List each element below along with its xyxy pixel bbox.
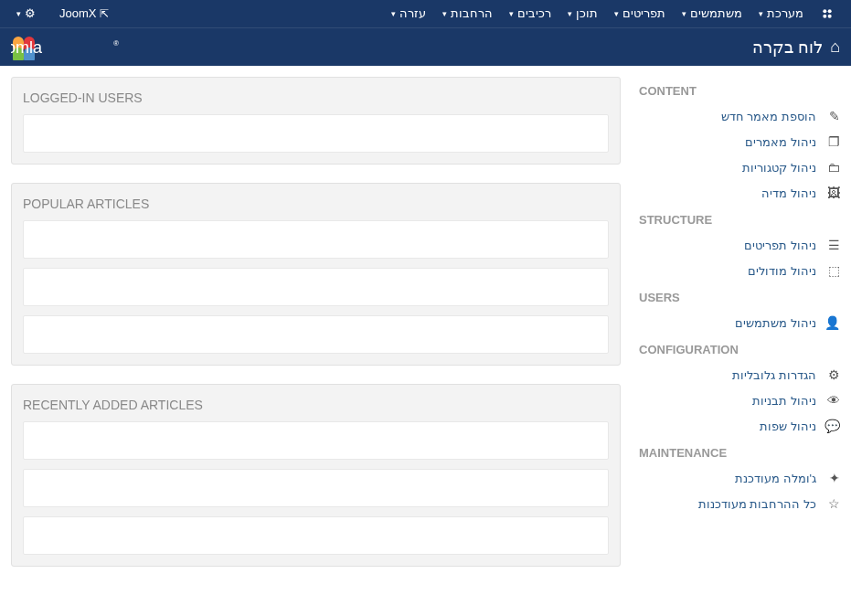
nav-manage-categories[interactable]: 🗀ניהול קטגוריות bbox=[639, 154, 840, 180]
menu-label: תוכן bbox=[576, 0, 598, 27]
nav-label: ניהול משתמשים bbox=[735, 316, 816, 330]
star-icon: ☆ bbox=[825, 496, 840, 511]
caret-down-icon: ▾ bbox=[391, 0, 396, 27]
menu-components[interactable]: רכיבים▾ bbox=[502, 0, 558, 27]
panel-logged-in-users: LOGGED-IN USERS bbox=[11, 77, 621, 165]
nav-manage-languages[interactable]: 💬ניהול שפות bbox=[639, 413, 840, 439]
table-row[interactable] bbox=[23, 469, 609, 507]
svg-text:®: ® bbox=[113, 39, 119, 48]
table-row[interactable] bbox=[23, 421, 609, 460]
joomla-logo-small[interactable] bbox=[813, 0, 842, 27]
topbar-tools: ⇱ JoomX ⚙ ▾ bbox=[9, 0, 116, 27]
nav-heading: CONFIGURATION bbox=[639, 335, 840, 362]
joomla-logo-icon: Joomla! ® bbox=[11, 35, 139, 60]
table-row[interactable] bbox=[23, 516, 609, 555]
main-area: LOGGED-IN USERS POPULAR ARTICLES RECENTL… bbox=[11, 77, 621, 567]
nav-label: ניהול מדיה bbox=[761, 186, 816, 200]
cube-icon: ⬚ bbox=[825, 263, 840, 278]
nav-heading: USERS bbox=[639, 283, 840, 310]
menu-menus[interactable]: תפריטים▾ bbox=[607, 0, 673, 27]
stack-icon: ❐ bbox=[825, 134, 840, 149]
nav-add-article[interactable]: ✎הוספת מאמר חדש bbox=[639, 103, 840, 129]
panel-title: POPULAR ARTICLES bbox=[23, 193, 609, 220]
user-icon: 👤 bbox=[825, 315, 840, 330]
table-row[interactable] bbox=[23, 268, 609, 306]
joomla-icon bbox=[820, 6, 835, 21]
menu-users[interactable]: משתמשים▾ bbox=[675, 0, 750, 27]
nav-section-structure: STRUCTURE ☰ניהול תפריטים ⬚ניהול מודולים bbox=[639, 206, 840, 283]
menu-label: רכיבים bbox=[517, 0, 551, 27]
panel-popular-articles: POPULAR ARTICLES bbox=[11, 183, 621, 366]
content-wrap: CONTENT ✎הוספת מאמר חדש ❐ניהול מאמרים 🗀נ… bbox=[0, 66, 851, 578]
joomla-mark-icon: ✦ bbox=[825, 471, 840, 485]
caret-down-icon: ▾ bbox=[614, 0, 619, 27]
caret-down-icon: ▾ bbox=[682, 0, 686, 27]
menu-label: מערכת bbox=[767, 0, 803, 27]
svg-point-0 bbox=[823, 9, 826, 13]
nav-global-config[interactable]: ⚙הגדרות גלובליות bbox=[639, 362, 840, 388]
table-row[interactable] bbox=[23, 114, 609, 153]
table-row[interactable] bbox=[23, 315, 609, 354]
nav-heading: CONTENT bbox=[639, 77, 840, 103]
nav-label: ניהול תבניות bbox=[752, 394, 816, 408]
nav-label: ג'ומלה מעודכנת bbox=[735, 472, 816, 485]
menu-label: הרחבות bbox=[451, 0, 493, 27]
comment-icon: 💬 bbox=[825, 419, 840, 433]
nav-joomla-updated[interactable]: ✦ג'ומלה מעודכנת bbox=[639, 465, 840, 491]
eye-icon: 👁 bbox=[825, 393, 840, 408]
nav-label: כל ההרחבות מעודכנות bbox=[698, 497, 816, 511]
nav-manage-users[interactable]: 👤ניהול משתמשים bbox=[639, 310, 840, 335]
svg-text:Joomla!: Joomla! bbox=[11, 38, 43, 57]
nav-label: ניהול קטגוריות bbox=[742, 161, 816, 175]
nav-label: ניהול מודולים bbox=[748, 264, 816, 278]
nav-label: ניהול שפות bbox=[760, 420, 816, 433]
nav-section-users: USERS 👤ניהול משתמשים bbox=[639, 283, 840, 335]
nav-manage-modules[interactable]: ⬚ניהול מודולים bbox=[639, 258, 840, 283]
page-title-wrap: ⌂ לוח בקרה bbox=[752, 37, 840, 58]
caret-down-icon: ▾ bbox=[16, 0, 21, 27]
nav-label: ניהול תפריטים bbox=[744, 239, 816, 252]
page-title: לוח בקרה bbox=[752, 37, 823, 58]
menu-label: תפריטים bbox=[622, 0, 665, 27]
menu-system[interactable]: מערכת▾ bbox=[751, 0, 811, 27]
caret-down-icon: ▾ bbox=[759, 0, 763, 27]
nav-manage-menus[interactable]: ☰ניהול תפריטים bbox=[639, 232, 840, 258]
top-menubar: מערכת▾ משתמשים▾ תפריטים▾ תוכן▾ רכיבים▾ ה… bbox=[0, 0, 851, 27]
gear-icon: ⚙ bbox=[25, 0, 36, 27]
nav-section-maintenance: MAINTENANCE ✦ג'ומלה מעודכנת ☆כל ההרחבות … bbox=[639, 439, 840, 516]
panel-recently-added-articles: RECENTLY ADDED ARTICLES bbox=[11, 384, 621, 567]
table-row[interactable] bbox=[23, 220, 609, 259]
menu-help[interactable]: עזרה▾ bbox=[384, 0, 433, 27]
menu-extensions[interactable]: הרחבות▾ bbox=[435, 0, 500, 27]
user-menu[interactable]: ⚙ ▾ bbox=[9, 0, 43, 27]
list-icon: ☰ bbox=[825, 238, 840, 252]
nav-heading: MAINTENANCE bbox=[639, 439, 840, 465]
site-name: JoomX bbox=[59, 0, 96, 27]
nav-label: ניהול מאמרים bbox=[745, 135, 816, 149]
caret-down-icon: ▾ bbox=[568, 0, 572, 27]
menu-content[interactable]: תוכן▾ bbox=[560, 0, 605, 27]
home-icon: ⌂ bbox=[830, 37, 840, 57]
svg-point-2 bbox=[823, 15, 826, 18]
header-logo: Joomla! ® bbox=[11, 35, 139, 60]
menu-label: עזרה bbox=[399, 0, 426, 27]
sidebar: CONTENT ✎הוספת מאמר חדש ❐ניהול מאמרים 🗀נ… bbox=[639, 77, 840, 567]
nav-label: הגדרות גלובליות bbox=[732, 368, 816, 382]
folder-icon: 🗀 bbox=[825, 160, 840, 175]
image-icon: 🖼 bbox=[825, 186, 840, 200]
nav-manage-templates[interactable]: 👁ניהול תבניות bbox=[639, 388, 840, 413]
site-link[interactable]: ⇱ JoomX bbox=[52, 0, 116, 27]
svg-point-1 bbox=[828, 9, 832, 13]
nav-manage-media[interactable]: 🖼ניהול מדיה bbox=[639, 180, 840, 206]
topbar-menus: מערכת▾ משתמשים▾ תפריטים▾ תוכן▾ רכיבים▾ ה… bbox=[384, 0, 842, 27]
nav-label: הוספת מאמר חדש bbox=[721, 110, 816, 123]
menu-label: משתמשים bbox=[690, 0, 742, 27]
nav-manage-articles[interactable]: ❐ניהול מאמרים bbox=[639, 129, 840, 154]
external-link-icon: ⇱ bbox=[100, 0, 109, 27]
nav-section-content: CONTENT ✎הוספת מאמר חדש ❐ניהול מאמרים 🗀נ… bbox=[639, 77, 840, 206]
page-header: ⌂ לוח בקרה Joomla! ® bbox=[0, 27, 851, 66]
panel-title: RECENTLY ADDED ARTICLES bbox=[23, 394, 609, 421]
nav-extensions-updated[interactable]: ☆כל ההרחבות מעודכנות bbox=[639, 491, 840, 516]
pencil-icon: ✎ bbox=[825, 109, 840, 123]
gear-icon: ⚙ bbox=[825, 367, 840, 382]
